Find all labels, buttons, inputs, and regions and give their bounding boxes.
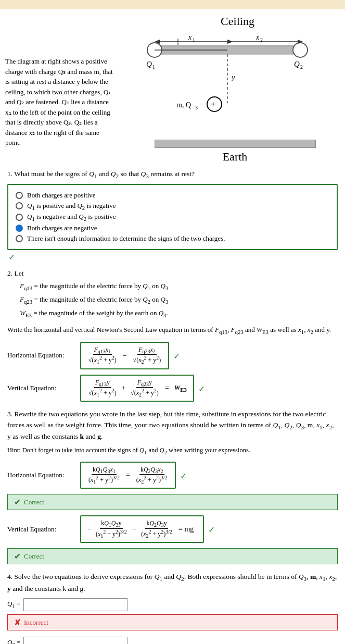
- svg-text:y: y: [231, 73, 235, 81]
- q3-horiz-eq: kQ1Q3x1 (x12 + y2)3/2 = kQ2Q3x2 (x22 + y…: [80, 462, 176, 489]
- svg-text:2: 2: [300, 64, 303, 70]
- svg-text:1: 1: [193, 37, 195, 43]
- ceiling-label: Ceiling: [221, 15, 254, 28]
- q3-hint: Hint: Don't forget to take into account …: [7, 445, 338, 456]
- svg-point-3: [293, 43, 308, 57]
- q4-q1-incorrect: ✘ Incorrect: [7, 614, 338, 630]
- q4-q1-row: Q1 =: [7, 597, 338, 611]
- svg-text:3: 3: [195, 105, 198, 110]
- q2-number: 2. Let: [7, 269, 338, 278]
- question-2: 2. Let Fq13 = the magnitude of the elect…: [7, 269, 338, 402]
- q3-horiz-row: Horizontal Equation: kQ1Q3x1 (x12 + y2)3…: [7, 462, 338, 489]
- q3-vert-row: Vertical Equation: − kQ1Q3y (x12 + y2)3/…: [7, 515, 338, 543]
- q4-title: 4. Solve the two equations to derive exp…: [7, 572, 338, 594]
- q4-q2-row: Q2 =: [7, 636, 338, 644]
- svg-text:1: 1: [152, 64, 155, 70]
- q2-vert-label: Vertical Equation:: [7, 384, 80, 392]
- frac-f13y: Fq13y √(x12 + y2): [87, 379, 118, 398]
- svg-text:Q: Q: [294, 60, 300, 68]
- diagram-svg: x 1 x 2 y Q 1 Q 2 m, Q 3 +: [144, 30, 316, 134]
- q1-option-1[interactable]: Q1 is positive and Q2 is negative: [16, 202, 329, 211]
- svg-text:+: +: [211, 100, 215, 109]
- svg-marker-10: [227, 40, 233, 44]
- q3-vert-check: ✓: [208, 525, 215, 535]
- q3-vert-label: Vertical Equation:: [7, 525, 80, 534]
- radio-0[interactable]: [16, 192, 23, 199]
- q2-write-block: Write the horizontal and vertical Newton…: [7, 325, 338, 337]
- q3-horiz-check: ✓: [180, 471, 187, 481]
- diagram-description: The diagram at right shows a positive ch…: [5, 15, 120, 164]
- q3-horiz-label: Horizontal Equation:: [7, 471, 80, 479]
- svg-text:m, Q: m, Q: [176, 101, 191, 109]
- q3-title: 3. Rewrite the two equations you wrote i…: [7, 409, 338, 442]
- questions-section: 1. What must be the signs of Q1 and Q2 s…: [0, 164, 345, 644]
- q2-let-block: Fq13 = the magnitude of the electric for…: [7, 280, 338, 320]
- svg-text:2: 2: [260, 37, 263, 43]
- q2-horiz-label: Horizontal Equation:: [7, 351, 80, 360]
- q1-option-4[interactable]: There isn't enough information to determ…: [16, 234, 329, 243]
- q1-option-2[interactable]: Q1 is negative and Q2 is positive: [16, 213, 329, 222]
- q3-vert-eq: − kQ1Q3y (x12 + y2)3/2 − kQ2Q3y (x22 + y…: [80, 515, 204, 543]
- earth-label: Earth: [155, 150, 316, 164]
- frac-kq1q3y: kQ1Q3y (x12 + y2)3/2: [95, 519, 128, 539]
- q1-option-3[interactable]: Both charges are negative: [16, 224, 329, 232]
- svg-text:x: x: [188, 33, 192, 41]
- frac-kq2q3x2: kQ2Q3x2 (x22 + y2)3/2: [135, 466, 169, 485]
- frac-f13x1: Fq13x1 √(x12 + y2): [87, 346, 118, 365]
- q3-vert-correct: ✔ Correct: [7, 548, 338, 564]
- q1-checkmark: ✓: [8, 252, 338, 262]
- question-4: 4. Solve the two equations to derive exp…: [7, 572, 338, 644]
- q4-q2-input[interactable]: [23, 637, 127, 644]
- q2-vert-eq: Fq13y √(x12 + y2) + Fq23y √(x22 + y2) = …: [80, 375, 194, 402]
- question-1: 1. What must be the signs of Q1 and Q2 s…: [7, 169, 338, 262]
- earth-bar: [155, 140, 316, 148]
- q2-horiz-row: Horizontal Equation: Fq13x1 √(x12 + y2) …: [7, 342, 338, 369]
- q1-option-0[interactable]: Both charges are positive: [16, 191, 329, 200]
- radio-1[interactable]: [16, 202, 23, 209]
- q2-vert-check: ✓: [198, 384, 205, 394]
- q2-horiz-eq: Fq13x1 √(x12 + y2) = Fq23x2 √(x22 + y2): [80, 342, 169, 369]
- radio-4[interactable]: [16, 235, 23, 242]
- top-bar: [0, 0, 345, 9]
- frac-f23y: Fq23y √(x22 + y2): [130, 379, 160, 398]
- frac-f23x2: Fq23x2 √(x22 + y2): [132, 346, 162, 365]
- q4-q2-label: Q2 =: [7, 638, 20, 644]
- radio-2[interactable]: [16, 214, 23, 221]
- q4-q1-input[interactable]: [23, 598, 127, 611]
- question-3: 3. Rewrite the two equations you wrote i…: [7, 409, 338, 564]
- frac-kq2q3y: kQ2Q3y (x22 + y2)3/2: [140, 519, 173, 539]
- q1-title: 1. What must be the signs of Q1 and Q2 s…: [7, 169, 338, 181]
- q2-vert-row: Vertical Equation: Fq13y √(x12 + y2) + F…: [7, 375, 338, 402]
- svg-text:Q: Q: [146, 60, 152, 68]
- q4-q1-label: Q1 =: [7, 600, 20, 609]
- q3-horiz-correct: ✔ Correct: [7, 494, 338, 510]
- q2-horiz-check: ✓: [173, 351, 180, 361]
- radio-3[interactable]: [16, 225, 23, 232]
- frac-kq1q3x1: kQ1Q3x1 (x12 + y2)3/2: [87, 466, 121, 485]
- q1-answer-box: Both charges are positive Q1 is positive…: [7, 184, 338, 250]
- svg-text:x: x: [255, 33, 260, 41]
